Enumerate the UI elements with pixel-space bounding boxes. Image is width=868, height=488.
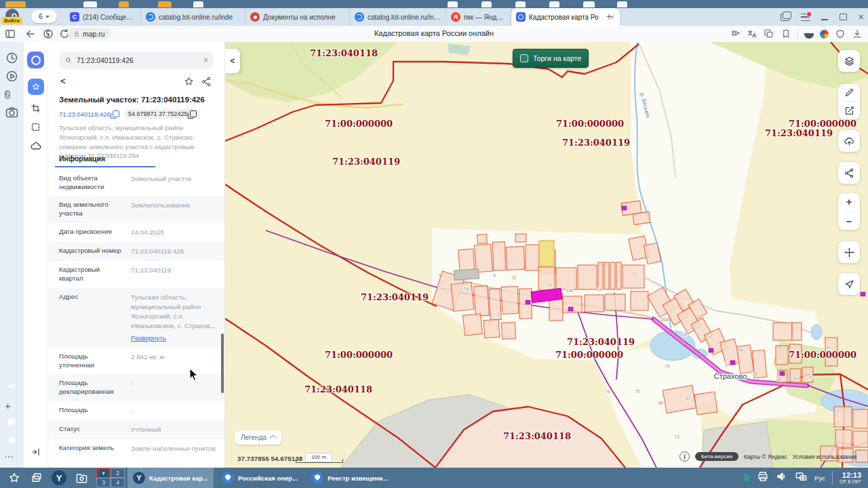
cloud-icon[interactable]	[27, 138, 44, 155]
taskbar-browser-icon[interactable]: Y	[51, 470, 67, 486]
new-tab-button[interactable]: +	[602, 10, 616, 24]
clock[interactable]: 12:13 СР, 8 ОКТ	[840, 471, 861, 485]
svg-text:71:23:040119: 71:23:040119	[765, 128, 833, 138]
torgi-map-button[interactable]: Торги на карте	[513, 49, 589, 68]
ruler-icon[interactable]	[842, 85, 856, 100]
pan-icon[interactable]	[842, 245, 856, 260]
browser-tab-1[interactable]: С(214) Сообщение	[65, 8, 141, 26]
layers-icon[interactable]	[842, 54, 856, 68]
more-services-icon[interactable]: ···	[5, 450, 19, 464]
login-button[interactable]: Войти	[1, 17, 22, 24]
history-icon[interactable]	[5, 51, 19, 65]
zoom-out-button[interactable]: −	[842, 214, 856, 229]
browser-tab-4[interactable]: catalog.lot-online.ru/inde	[350, 8, 446, 26]
collapse-sidebar-button[interactable]: <	[225, 49, 240, 73]
app-logo[interactable]	[27, 52, 44, 68]
language-indicator[interactable]: Рус	[814, 474, 825, 482]
bookmark-icon[interactable]	[781, 28, 791, 39]
row-value: Землепользование	[131, 201, 218, 218]
svg-text:71:23:040119: 71:23:040119	[332, 157, 400, 167]
taskbar-window-3[interactable]: Реестр извещени...	[306, 468, 393, 488]
select-area-icon[interactable]	[27, 119, 44, 136]
draw-icon[interactable]	[842, 104, 856, 119]
browser-tab-5[interactable]: Япкк — Яндекс: нашлось	[446, 8, 511, 26]
expand-link[interactable]: Развернуть	[131, 333, 166, 343]
background-window	[158, 1, 172, 7]
window-title: Кадастровая кар...	[149, 474, 208, 482]
browser-toolbar: map.ru Кадастровая карта России онлайн	[0, 26, 868, 43]
clear-search-icon[interactable]: ×	[203, 56, 208, 65]
tab-preview-icon[interactable]	[781, 14, 789, 21]
share-map-icon[interactable]	[842, 165, 856, 180]
zoom-in-button[interactable]: +	[842, 195, 856, 209]
scale-bar: 100 m	[296, 453, 342, 464]
protect-icon[interactable]	[835, 28, 846, 39]
close-window-button[interactable]: ×	[859, 12, 864, 22]
share-icon[interactable]	[201, 76, 212, 87]
side-panel-icon[interactable]	[4, 28, 16, 40]
map-canvas[interactable]: 7А9121415618682126А283344363839404179686…	[225, 42, 868, 468]
taskbar-window-2[interactable]: Российская опер...	[216, 468, 303, 488]
play-icon[interactable]	[5, 69, 19, 83]
back-button[interactable]: <	[60, 76, 66, 86]
tab-information[interactable]: Информация	[59, 155, 105, 163]
printer-icon[interactable]	[757, 470, 769, 485]
legend-button[interactable]: Легенда	[235, 430, 281, 445]
desktop-cell-1[interactable]: Y	[96, 468, 111, 478]
tab-groups-icon[interactable]: 6	[5, 87, 19, 102]
translate-icon[interactable]	[747, 28, 757, 39]
browser-menu-icon[interactable]	[801, 14, 810, 21]
copy-icon[interactable]	[113, 110, 119, 117]
screenshot-icon[interactable]	[5, 105, 19, 119]
locate-icon[interactable]	[842, 277, 856, 291]
upload-icon[interactable]	[842, 134, 856, 148]
desktop-cell-3[interactable]: 3	[96, 478, 111, 487]
parcel-chips: 71:23:040119:426 54.679871 37.752425	[59, 109, 200, 119]
mail-icon[interactable]	[5, 381, 19, 395]
terms-link[interactable]: Условия использования	[793, 453, 856, 460]
favorite-star-icon[interactable]	[183, 76, 195, 87]
browser-tab-2[interactable]: catalog.lot-online.ru/inde	[141, 8, 245, 26]
measure-tool-icon[interactable]	[27, 100, 44, 117]
minimize-button[interactable]	[821, 19, 828, 20]
desktop-cell-4[interactable]: 4	[111, 478, 125, 487]
taskbar-windows-icon[interactable]	[28, 470, 45, 486]
virtual-desktops-widget[interactable]: Y234	[96, 468, 125, 487]
map-control-group	[838, 50, 860, 72]
info-row: Категория земельЗемли населенных пунктов	[48, 439, 224, 458]
kontur-tray-icon[interactable]: k	[744, 472, 750, 483]
yandex-services-icon[interactable]	[42, 28, 54, 40]
info-icon[interactable]: i	[679, 451, 690, 462]
taskbar-folder-icon[interactable]	[73, 470, 90, 486]
devices-icon[interactable]	[795, 470, 808, 486]
torgi-checkbox[interactable]	[520, 54, 528, 62]
copy-icon[interactable]	[190, 110, 197, 117]
desktop-cell-2[interactable]: 2	[111, 468, 125, 478]
scale-label: 100 m	[305, 453, 332, 462]
download-icon[interactable]	[852, 28, 863, 39]
panel-scrollbar[interactable]	[221, 333, 224, 393]
alice-icon[interactable]	[5, 433, 19, 447]
maximize-button[interactable]	[840, 14, 847, 20]
copy-icon[interactable]	[764, 28, 774, 39]
apps-icon[interactable]	[730, 28, 741, 39]
disk-icon[interactable]	[5, 415, 19, 430]
row-value: 14.04.2025	[131, 228, 218, 237]
back-icon[interactable]	[24, 28, 37, 40]
taskbar-window-1[interactable]: YКадастровая кар...	[127, 468, 214, 488]
speaker-icon[interactable]	[776, 470, 788, 485]
alice-icon[interactable]	[804, 33, 814, 39]
taskbar-favorites-icon[interactable]	[6, 470, 22, 486]
coords-chip[interactable]: 54.679871 37.752425	[125, 109, 200, 119]
info-row: Площадь-	[48, 401, 224, 420]
tab-counter-button[interactable]: 6	[31, 10, 57, 23]
add-service-icon[interactable]: +	[5, 399, 19, 413]
browser-tab-3[interactable]: Документы на исполне	[245, 8, 350, 26]
favorites-button[interactable]	[27, 78, 44, 95]
search-input[interactable]: 71:23:040119:426 ×	[59, 52, 214, 69]
address-bar[interactable]: map.ru	[68, 28, 111, 39]
collapse-panel-icon[interactable]	[27, 443, 44, 460]
extension-icon[interactable]	[820, 30, 829, 39]
open-windows: YКадастровая кар...Российская опер...Рее…	[125, 468, 393, 488]
cadnum-chip[interactable]: 71:23:040119:426	[59, 110, 119, 118]
